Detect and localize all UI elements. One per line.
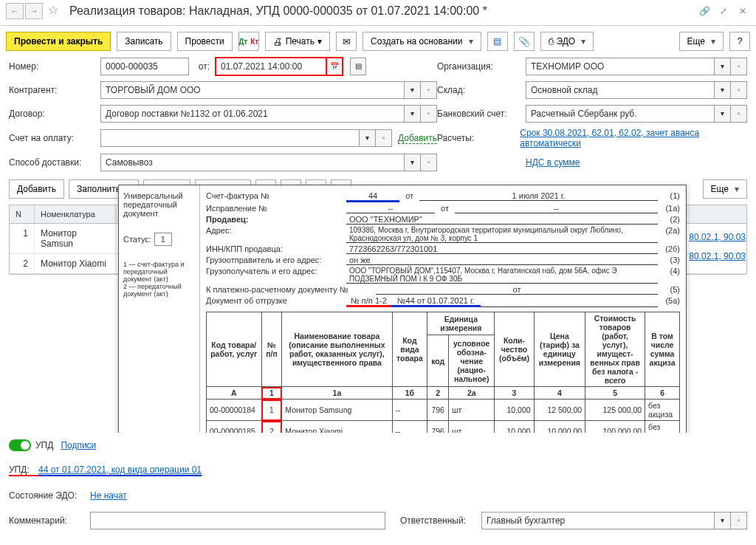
correction-label: Исправление № bbox=[206, 204, 346, 213]
addr-label: Адрес: bbox=[206, 226, 346, 235]
comment-label: Комментарий: bbox=[9, 515, 90, 526]
mail-icon bbox=[343, 36, 351, 47]
printer-icon bbox=[273, 36, 283, 47]
invoice-input[interactable] bbox=[100, 129, 360, 147]
number-input[interactable]: 0000-000035 bbox=[100, 58, 189, 75]
dropdown-icon[interactable]: ▾ bbox=[405, 105, 421, 123]
payment-label: К платежно-расчетному документу № bbox=[206, 285, 376, 294]
inn-label: ИНН/КПП продавца: bbox=[206, 244, 346, 253]
report-button[interactable]: ▤ bbox=[487, 32, 508, 51]
responsible-input[interactable]: Главный бухгалтер bbox=[481, 512, 715, 529]
edo-state-link[interactable]: Не начат bbox=[90, 490, 127, 501]
dropdown-icon[interactable]: ▾ bbox=[715, 58, 731, 75]
sf-label: Счет-фактура № bbox=[206, 191, 346, 200]
contract-input[interactable]: Договор поставки №1132 от 01.06.2021 bbox=[100, 105, 405, 123]
help-button[interactable]: ? bbox=[729, 32, 750, 51]
open-icon[interactable]: ▫ bbox=[731, 58, 747, 75]
dropdown-icon[interactable]: ▾ bbox=[715, 105, 731, 123]
status-label: Статус: bbox=[123, 235, 151, 244]
org-label: Организация: bbox=[437, 61, 526, 72]
nav-forward-icon[interactable]: → bbox=[25, 3, 43, 19]
shipper-label: Грузоотправитель и его адрес: bbox=[206, 256, 346, 264]
nav-back-icon[interactable]: ← bbox=[6, 3, 24, 19]
close-icon[interactable]: ✕ bbox=[735, 4, 750, 18]
calendar-icon[interactable]: 📅 bbox=[326, 58, 343, 75]
dtkt-icon[interactable]: ДтКт bbox=[238, 32, 259, 51]
dropdown-icon[interactable]: ▾ bbox=[405, 154, 421, 171]
favorite-star-icon[interactable]: ☆ bbox=[44, 3, 62, 19]
window-title: Реализация товаров: Накладная, УПД 0000-… bbox=[69, 4, 487, 18]
sf-date: 1 июля 2021 г. bbox=[419, 191, 658, 201]
save-button[interactable]: Записать bbox=[117, 32, 171, 51]
status-value: 1 bbox=[154, 233, 172, 246]
warehouse-input[interactable]: Основной склад bbox=[526, 81, 715, 99]
ship-doc-n: № п/п 1-2 bbox=[346, 296, 391, 307]
contractor-label: Контрагент: bbox=[9, 85, 100, 95]
bank-input[interactable]: Расчетный Сбербанк руб. bbox=[526, 105, 715, 123]
print-button[interactable]: Печать ▾ bbox=[265, 32, 330, 51]
sf-number: 44 bbox=[346, 191, 399, 202]
dropdown-icon[interactable]: ▾ bbox=[715, 512, 731, 529]
contractor-input[interactable]: ТОРГОВЫЙ ДОМ ООО bbox=[100, 81, 405, 99]
vat-link[interactable]: НДС в сумме bbox=[526, 157, 580, 168]
open-icon[interactable]: ▫ bbox=[731, 81, 747, 99]
signatures-link[interactable]: Подписи bbox=[61, 440, 96, 450]
open-icon[interactable]: ▫ bbox=[421, 154, 437, 171]
open-icon[interactable]: ▫ bbox=[731, 105, 747, 123]
open-icon[interactable]: ▫ bbox=[376, 129, 392, 147]
titlebar: ← → ☆ Реализация товаров: Накладная, УПД… bbox=[0, 0, 756, 26]
responsible-label: Ответственный: bbox=[400, 515, 481, 526]
attach-button[interactable] bbox=[514, 32, 535, 51]
main-toolbar: Провести и закрыть Записать Провести ДтК… bbox=[0, 26, 756, 57]
upd-toggle-label: УПД bbox=[35, 440, 53, 450]
number-label: Номер: bbox=[9, 61, 100, 72]
edo-state-label: Состояние ЭДО: bbox=[9, 490, 90, 501]
date-input[interactable]: 01.07.2021 14:00:00 bbox=[216, 58, 326, 75]
add-link[interactable]: Добавить bbox=[398, 133, 437, 144]
date-label: от: bbox=[189, 61, 216, 72]
ship-doc-date: №44 от 01.07.2021 г. bbox=[391, 296, 481, 307]
clip-icon bbox=[518, 36, 530, 47]
open-icon[interactable]: ▫ bbox=[421, 81, 437, 99]
status-note: 1 — счет-фактура и передаточный документ… bbox=[123, 261, 195, 298]
dropdown-icon[interactable]: ▾ bbox=[360, 129, 376, 147]
bank-label: Банковский счет: bbox=[437, 109, 526, 119]
invoice-row: 00-000001841Монитор Samsung--796шт10,000… bbox=[207, 400, 680, 421]
upd-toggle[interactable] bbox=[9, 439, 31, 451]
link-icon[interactable]: 🔗 bbox=[697, 4, 712, 18]
open-icon[interactable]: ▫ bbox=[731, 512, 747, 529]
org-input[interactable]: ТЕХНОМИР ООО bbox=[526, 58, 715, 75]
seller-label: Продавец: bbox=[206, 215, 346, 224]
more-rows-button[interactable]: Еще bbox=[703, 179, 747, 199]
calc-label: Расчеты: bbox=[437, 133, 520, 143]
open-icon[interactable]: ▫ bbox=[421, 105, 437, 123]
dropdown-icon[interactable]: ▾ bbox=[715, 81, 731, 99]
comment-input[interactable] bbox=[90, 512, 385, 529]
upd-side-title: Универсальный передаточный документ bbox=[123, 191, 195, 218]
add-row-button[interactable]: Добавить bbox=[9, 179, 64, 199]
calc-link[interactable]: Срок 30.08.2021, 62.01, 62.02, зачет ава… bbox=[520, 128, 747, 148]
th-n: N bbox=[10, 205, 35, 223]
document-icon[interactable]: ▤ bbox=[350, 58, 366, 75]
invoice-label: Счет на оплату: bbox=[9, 133, 100, 143]
delivery-input[interactable]: Самовывоз bbox=[100, 154, 405, 171]
form-area: Номер: 0000-000035 от: 01.07.2021 14:00:… bbox=[0, 57, 756, 172]
post-and-close-button[interactable]: Провести и закрыть bbox=[6, 32, 111, 51]
mail-button[interactable] bbox=[336, 32, 357, 51]
consignee-label: Грузополучатель и его адрес: bbox=[206, 267, 346, 275]
create-based-button[interactable]: Создать на основании bbox=[362, 32, 481, 51]
detach-icon[interactable]: ⤢ bbox=[716, 4, 731, 18]
dropdown-icon[interactable]: ▾ bbox=[405, 81, 421, 99]
footer: УПД Подписи УПД: 44 от 01.07.2021, код в… bbox=[0, 433, 756, 545]
upd-link[interactable]: 44 от 01.07.2021, код вида операции 01 bbox=[38, 465, 202, 476]
th-nomenclature: Номенклатура bbox=[35, 205, 116, 223]
warehouse-label: Склад: bbox=[437, 85, 526, 95]
contract-label: Договор: bbox=[9, 109, 100, 119]
post-button[interactable]: Провести bbox=[177, 32, 233, 51]
ship-doc-label: Документ об отгрузке bbox=[206, 296, 346, 305]
delivery-label: Способ доставки: bbox=[9, 157, 100, 168]
upd-label: УПД: bbox=[9, 465, 38, 476]
edo-icon: ⎙ bbox=[549, 36, 554, 47]
edo-button[interactable]: ⎙ ЭДО bbox=[540, 32, 594, 51]
more-button[interactable]: Еще bbox=[679, 32, 724, 51]
